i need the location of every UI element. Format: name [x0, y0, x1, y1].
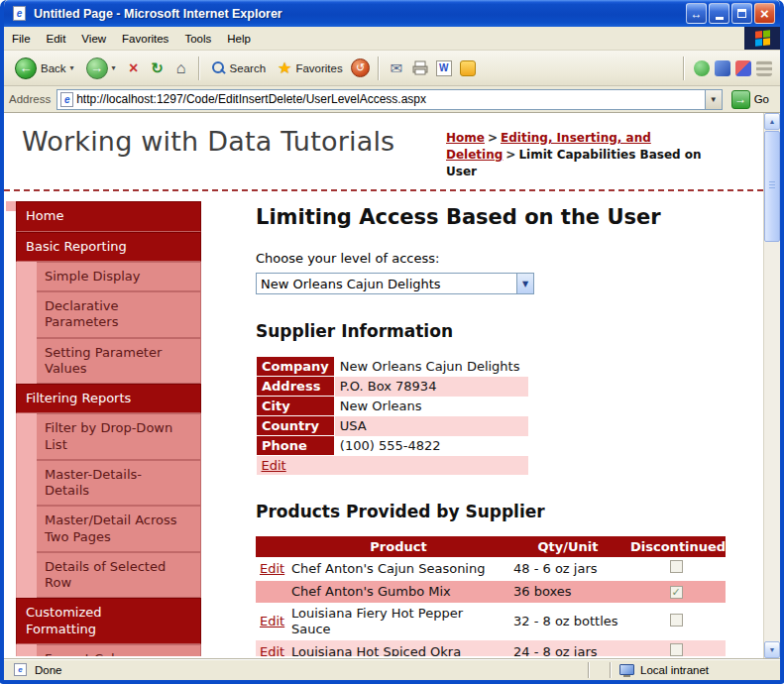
- forward-button[interactable]: → ▾: [81, 56, 121, 81]
- sidebar-item-basic-reporting[interactable]: Basic Reporting: [16, 232, 201, 262]
- history-icon: ↺: [351, 58, 370, 77]
- breadcrumb-home-link[interactable]: Home: [446, 131, 485, 145]
- sidebar-item-home[interactable]: Home: [16, 201, 201, 231]
- minimize-button[interactable]: [709, 3, 729, 24]
- menu-view[interactable]: View: [73, 27, 114, 50]
- address-label: Address: [9, 93, 51, 105]
- toolbar-addon-icon[interactable]: [715, 60, 730, 76]
- back-icon: ←: [15, 57, 37, 79]
- ie-page-icon[interactable]: e: [13, 6, 26, 21]
- edit-with-word-button[interactable]: W: [433, 57, 455, 79]
- go-arrow-icon: →: [731, 90, 750, 109]
- messenger-button[interactable]: [457, 57, 479, 79]
- toolbar-addon-icon[interactable]: [735, 60, 751, 76]
- supplier-edit-link[interactable]: Edit: [262, 458, 286, 473]
- address-input[interactable]: [76, 91, 704, 108]
- minimize-icon: [716, 17, 724, 20]
- local-intranet-icon: [619, 664, 634, 675]
- menu-tools[interactable]: Tools: [176, 27, 219, 50]
- status-bar: e Done Local intranet: [4, 658, 780, 680]
- status-separator: [588, 662, 590, 678]
- stop-icon: ×: [129, 59, 138, 77]
- go-button[interactable]: → Go: [728, 90, 775, 109]
- history-button[interactable]: ↺: [350, 57, 372, 79]
- maximize-button[interactable]: [731, 3, 752, 24]
- menu-file[interactable]: File: [4, 27, 39, 50]
- scrollbar-track[interactable]: [764, 130, 780, 641]
- sidebar-corner-decoration: [6, 201, 16, 211]
- site-title: Working with Data Tutorials: [22, 126, 446, 157]
- access-level-label: Choose your level of access:: [256, 251, 733, 266]
- sidebar-item-master-detail-two-pages[interactable]: Master/Detail Across Two Pages: [37, 506, 201, 552]
- menu-favorites[interactable]: Favorites: [114, 27, 176, 50]
- stop-button[interactable]: ×: [123, 57, 145, 79]
- home-icon: ⌂: [176, 59, 186, 77]
- windows-logo-icon: [744, 27, 780, 50]
- access-level-select[interactable]: New Orleans Cajun Delights ▼: [256, 273, 534, 294]
- print-icon: [411, 60, 429, 75]
- refresh-button[interactable]: ↻: [147, 57, 168, 79]
- favicon-page-icon: e: [60, 92, 73, 107]
- forward-dropdown-icon[interactable]: ▾: [112, 63, 116, 72]
- table-row: Phone(100) 555-4822: [257, 436, 529, 456]
- table-row: Edit Louisiana Hot Spiced Okra 24 - 8 oz…: [256, 640, 726, 656]
- sidebar-item-simple-display[interactable]: Simple Display: [37, 262, 201, 291]
- toolbar-addon-icon[interactable]: [694, 60, 710, 76]
- home-button[interactable]: ⌂: [170, 57, 192, 79]
- address-dropdown-button[interactable]: ▼: [705, 90, 722, 109]
- menu-help[interactable]: Help: [219, 27, 259, 50]
- status-page-icon: e: [14, 663, 27, 676]
- sidebar-item-setting-parameter-values[interactable]: Setting Parameter Values: [37, 338, 201, 385]
- mail-button[interactable]: ✉: [386, 57, 407, 79]
- scroll-down-button[interactable]: ▼: [764, 641, 780, 658]
- breadcrumb: Home>Editing, Inserting, and Deleting>Li…: [446, 126, 735, 179]
- vertical-scrollbar[interactable]: ▲ ▼: [763, 113, 780, 658]
- toolbar-separator: [683, 57, 685, 80]
- discontinued-checkbox: [670, 643, 683, 656]
- discontinued-checkbox: [670, 614, 683, 627]
- supplier-heading: Supplier Information: [256, 321, 733, 341]
- sidebar-item-format-colors[interactable]: Format Colors: [37, 644, 201, 657]
- sidebar-item-filter-by-dropdown-list[interactable]: Filter by Drop-Down List: [37, 413, 201, 460]
- toolbar-addon-icon[interactable]: [756, 60, 772, 76]
- sidebar: Home Basic Reporting Simple Display Decl…: [16, 201, 201, 656]
- menu-bar: File Edit View Favorites Tools Help: [4, 27, 780, 51]
- security-zone-text: Local intranet: [640, 664, 709, 676]
- messenger-icon: [460, 60, 476, 76]
- products-header-row: Product Qty/Unit Discontinued: [256, 536, 726, 557]
- sidebar-item-customized-formatting[interactable]: Customized Formatting: [16, 598, 201, 644]
- titlebar: e Untitled Page - Microsoft Internet Exp…: [4, 0, 780, 27]
- page-content: Working with Data Tutorials Home>Editing…: [4, 113, 763, 658]
- product-edit-link[interactable]: Edit: [260, 614, 284, 628]
- mail-icon: ✉: [390, 59, 402, 77]
- toolbar-separator: [198, 57, 200, 80]
- close-button[interactable]: ×: [754, 3, 775, 24]
- scroll-up-button[interactable]: ▲: [764, 113, 780, 130]
- window-title: Untitled Page - Microsoft Internet Explo…: [34, 7, 681, 21]
- products-heading: Products Provided by Supplier: [256, 502, 733, 521]
- resize-button[interactable]: ↔: [686, 3, 707, 24]
- select-dropdown-icon: ▼: [516, 274, 533, 293]
- page-title: Limiting Access Based on the User: [256, 205, 733, 229]
- sidebar-item-master-details-details[interactable]: Master-Details-Details: [37, 460, 201, 507]
- product-edit-link[interactable]: Edit: [260, 644, 284, 657]
- table-row: CountryUSA: [257, 416, 529, 436]
- back-dropdown-icon[interactable]: ▾: [70, 63, 74, 72]
- product-edit-link[interactable]: Edit: [260, 561, 284, 576]
- toolbar-separator: [378, 57, 380, 80]
- maximize-icon: [737, 9, 746, 18]
- search-icon: [211, 60, 226, 75]
- back-button[interactable]: ← Back ▾: [10, 56, 79, 81]
- table-row: Edit Chef Anton's Cajun Seasoning 48 - 6…: [256, 557, 726, 580]
- favorites-button[interactable]: ★ Favorites: [273, 57, 348, 79]
- main-content: Limiting Access Based on the User Choose…: [201, 201, 763, 656]
- menu-edit[interactable]: Edit: [39, 27, 74, 50]
- discontinued-checkbox: [670, 560, 683, 573]
- sidebar-item-filtering-reports[interactable]: Filtering Reports: [16, 384, 201, 413]
- scrollbar-thumb[interactable]: [764, 131, 780, 242]
- print-button[interactable]: [409, 57, 431, 79]
- status-text: Done: [35, 664, 62, 676]
- search-button[interactable]: Search: [206, 58, 271, 77]
- sidebar-item-details-of-selected-row[interactable]: Details of Selected Row: [37, 552, 201, 599]
- sidebar-item-declarative-parameters[interactable]: Declarative Parameters: [37, 291, 201, 338]
